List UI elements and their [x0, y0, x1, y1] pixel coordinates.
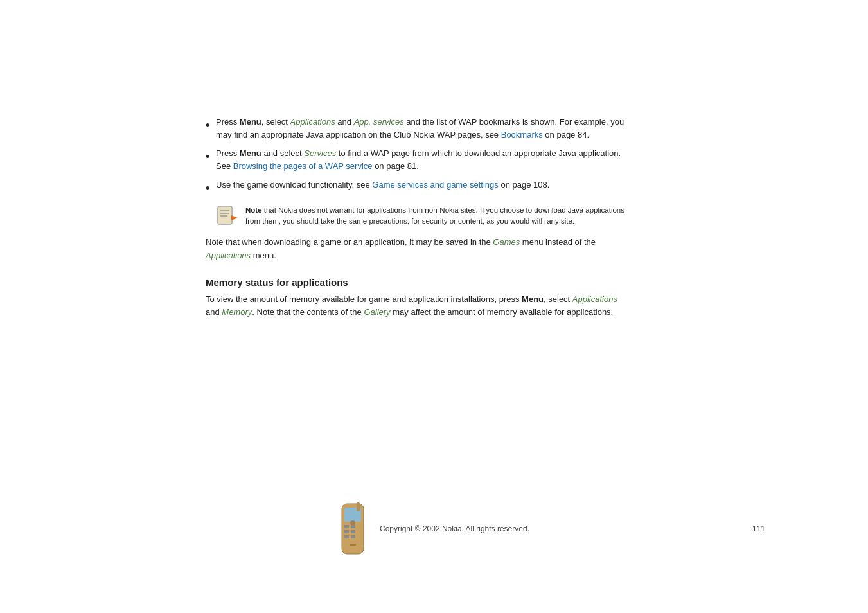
applications-italic: Applications	[206, 251, 251, 260]
svg-rect-13	[351, 530, 355, 533]
menu-bold: Menu	[240, 148, 261, 158]
section-heading: Memory status for applications	[206, 277, 630, 288]
bullet-text-3: Use the game download functionality, see…	[216, 179, 630, 191]
memory-link: Memory	[222, 307, 252, 317]
inline-note: Note that when downloading a game or an …	[206, 236, 630, 263]
browsing-link[interactable]: Browsing the pages of a WAP service	[233, 161, 373, 171]
menu-bold: Menu	[240, 117, 261, 127]
footer: Copyright © 2002 Nokia. All rights reser…	[0, 502, 868, 555]
page-content: • Press Menu, select Applications and Ap…	[206, 116, 630, 319]
svg-rect-17	[350, 544, 356, 546]
services-link: Services	[304, 148, 336, 158]
list-item: • Press Menu and select Services to find…	[206, 147, 630, 172]
footer-page-number: 111	[752, 524, 765, 533]
nokia-phone-image	[339, 502, 367, 555]
note-body: that Nokia does not warrant for applicat…	[245, 206, 624, 225]
bullet-dot: •	[206, 148, 216, 166]
section-body: To view the amount of memory available f…	[206, 293, 630, 320]
svg-rect-15	[351, 535, 355, 538]
bullet-text-2: Press Menu and select Services to find a…	[216, 147, 630, 172]
gallery-link: Gallery	[364, 307, 390, 317]
svg-rect-14	[344, 535, 349, 538]
svg-marker-5	[231, 215, 238, 220]
note-label: Note	[245, 206, 262, 214]
svg-rect-12	[344, 530, 349, 533]
list-item: • Use the game download functionality, s…	[206, 179, 630, 197]
applications-link: Applications	[290, 117, 335, 127]
app-services-link: App. services	[354, 117, 404, 127]
bullet-text-1: Press Menu, select Applications and App.…	[216, 116, 630, 141]
bookmarks-link[interactable]: Bookmarks	[501, 130, 543, 139]
svg-rect-10	[344, 525, 349, 528]
bullet-list: • Press Menu, select Applications and Ap…	[206, 116, 630, 197]
applications-link-2: Applications	[572, 294, 617, 304]
svg-point-16	[350, 520, 355, 526]
bullet-dot: •	[206, 180, 216, 197]
note-text: Note that Nokia does not warrant for app…	[245, 205, 630, 227]
note-icon	[216, 205, 239, 228]
game-services-link[interactable]: Game services and game settings	[372, 180, 499, 190]
note-box: Note that Nokia does not warrant for app…	[216, 205, 630, 228]
menu-bold-2: Menu	[522, 294, 544, 304]
svg-rect-1	[218, 206, 232, 224]
svg-rect-9	[357, 502, 360, 511]
footer-copyright: Copyright © 2002 Nokia. All rights reser…	[380, 524, 529, 533]
bullet-dot: •	[206, 117, 216, 134]
list-item: • Press Menu, select Applications and Ap…	[206, 116, 630, 141]
games-italic: Games	[493, 237, 520, 247]
